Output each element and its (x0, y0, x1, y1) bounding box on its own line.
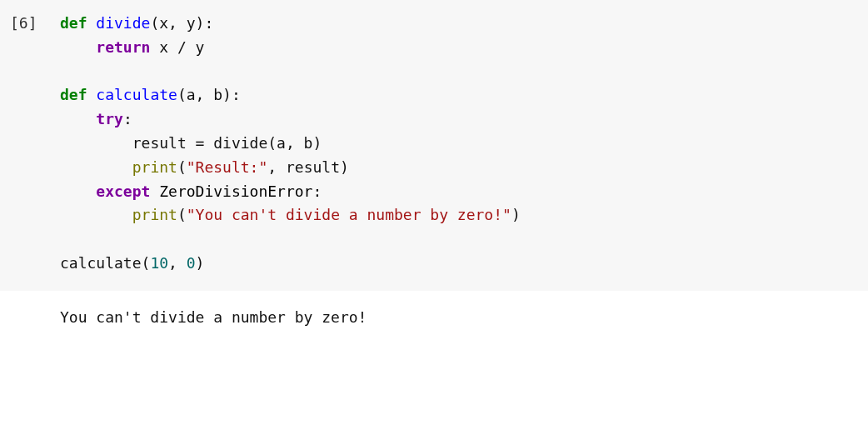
input-prompt-label: [6] (10, 12, 60, 36)
code-editor[interactable]: def divide(x, y): return x / y def calcu… (60, 12, 858, 276)
code-output-cell: You can't divide a number by zero! (0, 291, 868, 333)
code-text: , (168, 254, 187, 272)
keyword-def: def (60, 86, 87, 103)
function-name: divide (96, 14, 150, 32)
keyword-try: try (96, 110, 123, 128)
builtin-print: print (132, 158, 177, 176)
colon: : (123, 110, 132, 128)
code-text: , result) (267, 158, 349, 176)
builtin-print: print (132, 206, 177, 223)
code-text: calculate( (60, 254, 150, 272)
exception-name: ZeroDivisionError (150, 182, 312, 200)
paren: ( (177, 158, 187, 176)
stdout-text: You can't divide a number by zero! (60, 306, 858, 330)
keyword-def: def (60, 14, 87, 32)
code-text: result = divide(a, b) (132, 134, 322, 152)
number-literal: 10 (150, 254, 168, 272)
code-input-cell[interactable]: [6] def divide(x, y): return x / y def c… (0, 0, 868, 291)
function-name: calculate (96, 86, 177, 103)
params: (x, y): (150, 14, 213, 32)
colon: : (312, 182, 322, 200)
paren: ) (196, 254, 205, 272)
string-literal: "Result:" (187, 158, 268, 176)
paren: ) (511, 206, 521, 223)
keyword-return: return (96, 38, 150, 56)
number-literal: 0 (187, 254, 196, 272)
code-text: x / y (150, 38, 204, 56)
paren: ( (177, 206, 187, 223)
keyword-except: except (96, 182, 150, 200)
string-literal: "You can't divide a number by zero!" (187, 206, 511, 223)
params: (a, b): (177, 86, 241, 103)
